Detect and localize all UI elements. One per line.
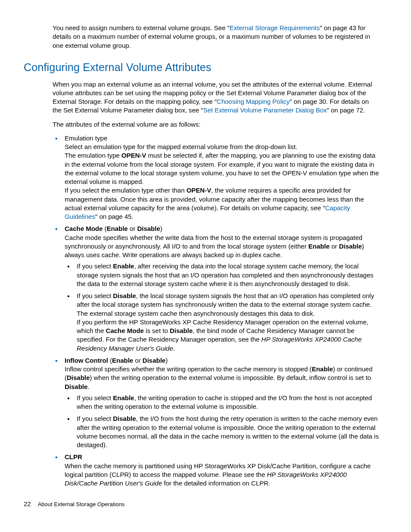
intro-paragraph: You need to assign numbers to external v… [53, 24, 380, 50]
page-number: 22 [24, 500, 31, 507]
text: is set to [144, 327, 170, 334]
bold-text: Enable [308, 243, 330, 250]
page-footer: 22About External Storage Operations [24, 500, 125, 508]
body-paragraph: The attributes of the external volume ar… [53, 120, 380, 129]
text: or [128, 225, 137, 232]
text: " on page 45. [95, 213, 134, 220]
list-item-inflow-control: Inflow Control (Enable or Disable) Inflo… [53, 356, 380, 450]
text: or [133, 357, 143, 364]
bold-text: Enable [112, 357, 133, 364]
body-paragraph: When you map an external volume as an in… [53, 80, 380, 115]
sublist-inflow: If you select Enable, the writing operat… [65, 394, 380, 450]
text: If you select the emulation type other t… [65, 187, 187, 194]
bold-text: Disable [113, 415, 136, 422]
text: You need to assign numbers to external v… [53, 24, 230, 31]
bold-text: Disable [339, 243, 362, 250]
text: ( [103, 225, 106, 232]
text: The emulation type [65, 152, 121, 159]
bold-text: Disable [170, 327, 193, 334]
text: . [173, 345, 175, 352]
text: If you select [77, 292, 113, 299]
text: for the detailed information on CLPR. [162, 479, 270, 487]
attribute-list: Emulation type Select an emulation type … [53, 134, 380, 488]
list-item: If you select Enable, after receiving th… [65, 262, 380, 288]
bold-text: Disable [65, 383, 87, 390]
footer-title: About External Storage Operations [38, 501, 125, 507]
bold-text: CLPR [65, 453, 82, 460]
link-external-storage-requirements[interactable]: External Storage Requirements [230, 24, 320, 31]
text: ) [160, 225, 162, 232]
text: or [330, 243, 339, 250]
bold-text: Disable [113, 292, 136, 299]
list-item: If you select Enable, the writing operat… [65, 394, 380, 411]
text: If you select [77, 415, 113, 422]
list-item-clpr: CLPR When the cache memory is partitione… [53, 453, 380, 488]
text: If you select [77, 394, 113, 401]
section-heading: Configuring External Volume Attributes [24, 60, 387, 75]
bold-text: Enable [113, 262, 134, 270]
bold-text: Disable [137, 225, 160, 232]
text: ) [165, 357, 168, 364]
text: If you select [77, 262, 113, 270]
list-item-emulation: Emulation type Select an emulation type … [53, 134, 380, 221]
list-item: If you select Disable, the I/O from the … [65, 414, 380, 449]
list-item: If you select Disable, the local storage… [65, 292, 380, 353]
link-set-external-volume-parameter[interactable]: Set External Volume Parameter Dialog Box [203, 106, 327, 114]
bold-text: OPEN-V [187, 187, 212, 194]
bold-text: Cache Mode [106, 327, 144, 334]
text: ( [108, 357, 112, 364]
bold-text: Disable [143, 357, 165, 364]
text: " on page 72. [327, 106, 365, 114]
bullet-title: Emulation type [65, 134, 107, 142]
link-choosing-mapping-policy[interactable]: Choosing Mapping Policy [217, 98, 290, 105]
bold-text: Inflow Control [65, 357, 108, 364]
bold-text: OPEN-V [121, 152, 146, 159]
text: Inflow control specifies whether the wri… [65, 365, 312, 373]
text: Select an emulation type for the mapped … [65, 143, 297, 150]
bold-text: Enable [113, 394, 134, 401]
text: . [87, 383, 89, 390]
list-item-cache-mode: Cache Mode (Enable or Disable) Cache mod… [53, 224, 380, 353]
bold-text: Enable [107, 225, 128, 232]
bold-text: Disable [67, 374, 90, 381]
sublist-cache: If you select Enable, after receiving th… [65, 262, 380, 353]
text: ) when the writing operation to the exte… [90, 374, 371, 381]
bold-text: Enable [312, 365, 333, 373]
bold-text: Cache Mode [65, 225, 103, 232]
